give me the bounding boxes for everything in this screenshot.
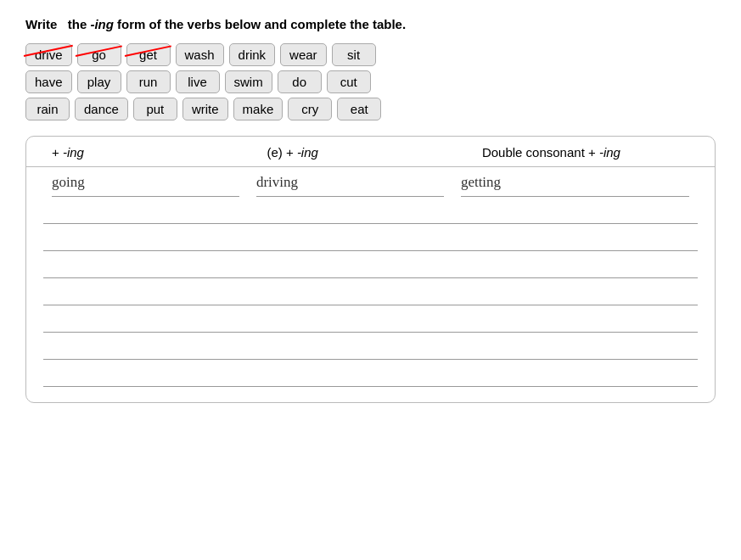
verb-chip-have: have [25, 70, 72, 93]
empty-cell-r4-c0 [43, 312, 248, 333]
verb-chip-make: make [233, 98, 283, 120]
cell-value-going: going [52, 174, 239, 191]
empty-cell-r0-c0 [43, 204, 248, 224]
empty-cell-r4-c1 [248, 312, 452, 333]
verb-chip-write: write [182, 98, 228, 120]
empty-cell-r6-c2 [452, 367, 698, 387]
empty-cell-r3-c1 [248, 285, 452, 305]
verb-chip-cut: cut [327, 70, 371, 93]
cell-col2-row1: driving [248, 174, 452, 197]
empty-row-1 [43, 231, 698, 251]
verb-chip-wash: wash [176, 43, 224, 66]
cell-col3-row1: getting [452, 174, 698, 197]
verb-row-0: drivegogetwashdrinkwearsit [25, 43, 716, 66]
verb-chip-go: go [77, 43, 121, 66]
verb-chip-get: get [126, 43, 171, 66]
table-first-row: going driving getting [43, 174, 698, 197]
table-body: going driving getting [26, 167, 715, 402]
verb-chip-rain: rain [25, 98, 70, 120]
empty-cell-r2-c2 [452, 258, 698, 278]
empty-cell-r1-c1 [248, 231, 452, 251]
empty-cell-r0-c2 [452, 204, 698, 224]
empty-cell-r2-c1 [248, 258, 452, 278]
empty-cell-r2-c0 [43, 258, 248, 278]
col-header-2: Double consonant + -ing [457, 145, 715, 160]
empty-cell-r0-c1 [248, 204, 452, 224]
verb-chip-cry: cry [288, 98, 332, 120]
verb-chip-put: put [133, 98, 177, 120]
verb-chip-eat: eat [337, 98, 381, 120]
table-header: + -ing(e) + -ingDouble consonant + -ing [26, 137, 715, 167]
verb-chip-sit: sit [332, 43, 376, 66]
empty-row-4 [43, 312, 698, 333]
verb-grid: drivegogetwashdrinkwearsithaveplayrunliv… [25, 43, 716, 120]
empty-cell-r6-c1 [248, 367, 452, 387]
verb-chip-dance: dance [75, 98, 128, 120]
empty-row-2 [43, 258, 698, 278]
cell-value-driving: driving [256, 174, 444, 191]
verb-chip-drive: drive [25, 43, 72, 66]
cell-line [461, 192, 689, 197]
verb-chip-do: do [278, 70, 322, 93]
verb-chip-drink: drink [229, 43, 276, 66]
empty-cell-r4-c2 [452, 312, 698, 333]
col-header-0: + -ing [26, 145, 241, 160]
empty-cell-r5-c1 [248, 339, 452, 360]
instruction-write: Write [25, 17, 57, 31]
instruction-text: Write the -ing form of the verbs below a… [25, 17, 716, 31]
empty-cell-r1-c2 [452, 231, 698, 251]
empty-row-3 [43, 285, 698, 305]
cell-line [52, 192, 239, 197]
ing-table: + -ing(e) + -ingDouble consonant + -ing … [25, 136, 716, 403]
empty-row-6 [43, 367, 698, 387]
cell-value-getting: getting [461, 174, 689, 191]
empty-cell-r1-c0 [43, 231, 248, 251]
cell-col1-row1: going [43, 174, 248, 197]
verb-chip-swim: swim [225, 70, 272, 93]
cell-line [256, 192, 444, 197]
verb-row-2: raindanceputwritemakecryeat [25, 98, 716, 120]
empty-row-5 [43, 339, 698, 360]
verb-chip-run: run [126, 70, 171, 93]
empty-cell-r5-c0 [43, 339, 248, 360]
verb-row-1: haveplayrunliveswimdocut [25, 70, 716, 93]
empty-cell-r3-c0 [43, 285, 248, 305]
empty-cell-r5-c2 [452, 339, 698, 360]
empty-row-0 [43, 204, 698, 224]
verb-chip-live: live [176, 70, 220, 93]
col-header-1: (e) + -ing [241, 145, 456, 160]
empty-cell-r6-c0 [43, 367, 248, 387]
empty-cell-r3-c2 [452, 285, 698, 305]
verb-chip-wear: wear [280, 43, 327, 66]
verb-chip-play: play [77, 70, 121, 93]
